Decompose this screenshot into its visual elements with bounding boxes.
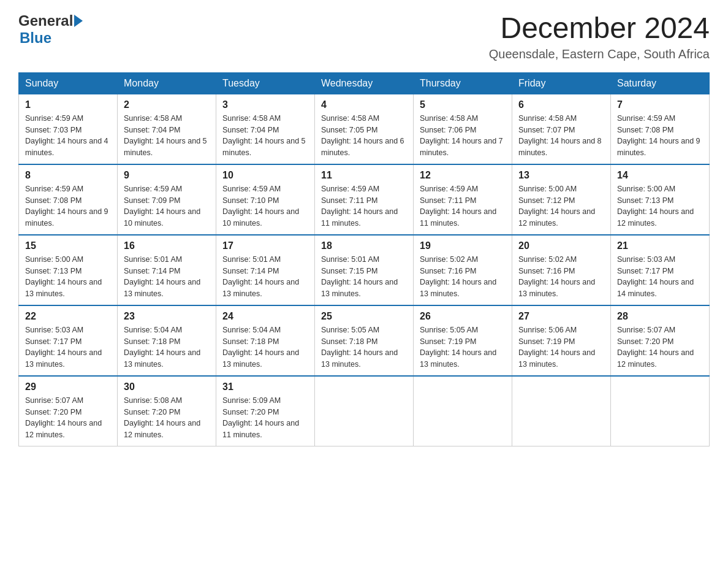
day-number: 22 (25, 311, 111, 322)
page-header: General Blue December 2024 Queensdale, E… (18, 12, 710, 61)
logo: General Blue (18, 12, 83, 47)
calendar-day-cell: 23Sunrise: 5:04 AMSunset: 7:18 PMDayligh… (118, 305, 216, 376)
day-info: Sunrise: 5:03 AMSunset: 7:17 PMDaylight:… (25, 324, 111, 370)
calendar-day-cell: 14Sunrise: 5:00 AMSunset: 7:13 PMDayligh… (611, 164, 710, 235)
day-number: 12 (420, 170, 506, 181)
day-number: 15 (25, 240, 111, 251)
calendar-day-cell: 24Sunrise: 5:04 AMSunset: 7:18 PMDayligh… (216, 305, 315, 376)
calendar-day-cell (315, 376, 414, 446)
logo-general-text: General (18, 12, 73, 29)
calendar-day-cell: 3Sunrise: 4:58 AMSunset: 7:04 PMDaylight… (216, 94, 315, 164)
calendar-day-cell: 18Sunrise: 5:01 AMSunset: 7:15 PMDayligh… (315, 235, 414, 305)
day-number: 26 (420, 311, 506, 322)
day-number: 29 (25, 381, 111, 393)
calendar-day-cell: 30Sunrise: 5:08 AMSunset: 7:20 PMDayligh… (118, 376, 216, 446)
day-info: Sunrise: 5:01 AMSunset: 7:15 PMDaylight:… (321, 254, 407, 300)
calendar-day-cell: 2Sunrise: 4:58 AMSunset: 7:04 PMDaylight… (118, 94, 216, 164)
day-number: 18 (321, 240, 407, 251)
calendar-day-cell: 7Sunrise: 4:59 AMSunset: 7:08 PMDaylight… (611, 94, 710, 164)
day-number: 4 (321, 99, 407, 110)
day-number: 10 (222, 170, 308, 181)
calendar-day-cell: 25Sunrise: 5:05 AMSunset: 7:18 PMDayligh… (315, 305, 414, 376)
calendar-day-cell: 28Sunrise: 5:07 AMSunset: 7:20 PMDayligh… (611, 305, 710, 376)
logo-blue-text: Blue (20, 29, 51, 47)
calendar-week-row: 15Sunrise: 5:00 AMSunset: 7:13 PMDayligh… (19, 235, 710, 305)
calendar-day-cell (611, 376, 710, 446)
calendar-week-row: 29Sunrise: 5:07 AMSunset: 7:20 PMDayligh… (19, 376, 710, 446)
day-info: Sunrise: 4:59 AMSunset: 7:03 PMDaylight:… (25, 113, 111, 159)
calendar-body: 1Sunrise: 4:59 AMSunset: 7:03 PMDaylight… (19, 94, 710, 446)
calendar-week-row: 8Sunrise: 4:59 AMSunset: 7:08 PMDaylight… (19, 164, 710, 235)
day-number: 3 (222, 99, 308, 110)
weekday-tuesday: Tuesday (216, 72, 315, 94)
day-info: Sunrise: 5:05 AMSunset: 7:18 PMDaylight:… (321, 324, 407, 370)
calendar-day-cell: 10Sunrise: 4:59 AMSunset: 7:10 PMDayligh… (216, 164, 315, 235)
calendar-day-cell: 5Sunrise: 4:58 AMSunset: 7:06 PMDaylight… (414, 94, 512, 164)
calendar-day-cell: 11Sunrise: 4:59 AMSunset: 7:11 PMDayligh… (315, 164, 414, 235)
day-info: Sunrise: 5:02 AMSunset: 7:16 PMDaylight:… (420, 254, 506, 300)
day-number: 11 (321, 170, 407, 181)
day-number: 19 (420, 240, 506, 251)
weekday-thursday: Thursday (414, 72, 512, 94)
day-number: 31 (222, 381, 308, 393)
day-info: Sunrise: 5:00 AMSunset: 7:12 PMDaylight:… (518, 183, 604, 229)
day-number: 17 (222, 240, 308, 251)
month-title: December 2024 (489, 12, 710, 45)
day-info: Sunrise: 5:04 AMSunset: 7:18 PMDaylight:… (222, 324, 308, 370)
calendar-day-cell: 31Sunrise: 5:09 AMSunset: 7:20 PMDayligh… (216, 376, 315, 446)
weekday-friday: Friday (512, 72, 611, 94)
weekday-saturday: Saturday (611, 72, 710, 94)
day-info: Sunrise: 4:59 AMSunset: 7:09 PMDaylight:… (124, 183, 210, 229)
title-block: December 2024 Queensdale, Eastern Cape, … (489, 12, 710, 61)
day-info: Sunrise: 4:58 AMSunset: 7:04 PMDaylight:… (124, 113, 210, 159)
day-info: Sunrise: 4:58 AMSunset: 7:05 PMDaylight:… (321, 113, 407, 159)
day-number: 28 (617, 311, 703, 322)
calendar-day-cell: 12Sunrise: 4:59 AMSunset: 7:11 PMDayligh… (414, 164, 512, 235)
calendar-day-cell: 20Sunrise: 5:02 AMSunset: 7:16 PMDayligh… (512, 235, 611, 305)
day-info: Sunrise: 5:08 AMSunset: 7:20 PMDaylight:… (124, 395, 210, 441)
calendar-day-cell: 21Sunrise: 5:03 AMSunset: 7:17 PMDayligh… (611, 235, 710, 305)
calendar-table: SundayMondayTuesdayWednesdayThursdayFrid… (18, 72, 710, 446)
day-number: 5 (420, 99, 506, 110)
day-number: 13 (518, 170, 604, 181)
day-info: Sunrise: 5:07 AMSunset: 7:20 PMDaylight:… (617, 324, 703, 370)
day-info: Sunrise: 4:59 AMSunset: 7:10 PMDaylight:… (222, 183, 308, 229)
weekday-sunday: Sunday (19, 72, 118, 94)
day-number: 9 (124, 170, 210, 181)
day-info: Sunrise: 5:07 AMSunset: 7:20 PMDaylight:… (25, 395, 111, 441)
calendar-day-cell: 16Sunrise: 5:01 AMSunset: 7:14 PMDayligh… (118, 235, 216, 305)
location-title: Queensdale, Eastern Cape, South Africa (489, 47, 710, 61)
day-number: 2 (124, 99, 210, 110)
calendar-day-cell: 17Sunrise: 5:01 AMSunset: 7:14 PMDayligh… (216, 235, 315, 305)
calendar-day-cell: 1Sunrise: 4:59 AMSunset: 7:03 PMDaylight… (19, 94, 118, 164)
day-info: Sunrise: 5:09 AMSunset: 7:20 PMDaylight:… (222, 395, 308, 441)
calendar-day-cell: 4Sunrise: 4:58 AMSunset: 7:05 PMDaylight… (315, 94, 414, 164)
day-info: Sunrise: 5:04 AMSunset: 7:18 PMDaylight:… (124, 324, 210, 370)
day-number: 20 (518, 240, 604, 251)
calendar-week-row: 1Sunrise: 4:59 AMSunset: 7:03 PMDaylight… (19, 94, 710, 164)
calendar-day-cell (512, 376, 611, 446)
calendar-day-cell: 22Sunrise: 5:03 AMSunset: 7:17 PMDayligh… (19, 305, 118, 376)
day-info: Sunrise: 4:58 AMSunset: 7:06 PMDaylight:… (420, 113, 506, 159)
day-number: 30 (124, 381, 210, 393)
day-number: 16 (124, 240, 210, 251)
day-number: 6 (518, 99, 604, 110)
day-number: 7 (617, 99, 703, 110)
calendar-day-cell: 19Sunrise: 5:02 AMSunset: 7:16 PMDayligh… (414, 235, 512, 305)
calendar-day-cell: 27Sunrise: 5:06 AMSunset: 7:19 PMDayligh… (512, 305, 611, 376)
day-number: 21 (617, 240, 703, 251)
weekday-wednesday: Wednesday (315, 72, 414, 94)
day-info: Sunrise: 5:01 AMSunset: 7:14 PMDaylight:… (124, 254, 210, 300)
day-info: Sunrise: 4:58 AMSunset: 7:07 PMDaylight:… (518, 113, 604, 159)
day-info: Sunrise: 4:59 AMSunset: 7:08 PMDaylight:… (617, 113, 703, 159)
day-info: Sunrise: 5:00 AMSunset: 7:13 PMDaylight:… (617, 183, 703, 229)
calendar-day-cell: 29Sunrise: 5:07 AMSunset: 7:20 PMDayligh… (19, 376, 118, 446)
day-info: Sunrise: 4:59 AMSunset: 7:11 PMDaylight:… (420, 183, 506, 229)
day-number: 25 (321, 311, 407, 322)
day-info: Sunrise: 4:58 AMSunset: 7:04 PMDaylight:… (222, 113, 308, 159)
day-number: 24 (222, 311, 308, 322)
day-number: 8 (25, 170, 111, 181)
day-info: Sunrise: 5:02 AMSunset: 7:16 PMDaylight:… (518, 254, 604, 300)
day-number: 27 (518, 311, 604, 322)
calendar-header: SundayMondayTuesdayWednesdayThursdayFrid… (19, 72, 710, 94)
